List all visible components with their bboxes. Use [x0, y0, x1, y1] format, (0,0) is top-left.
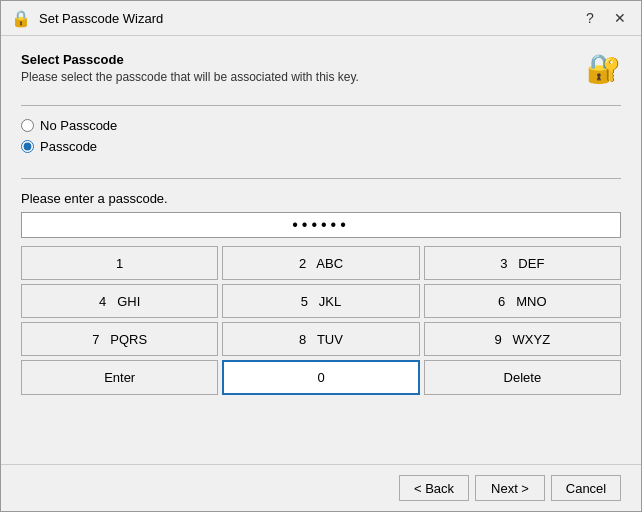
next-button[interactable]: Next > — [475, 475, 545, 501]
key-7-pqrs[interactable]: 7 PQRS — [21, 322, 218, 356]
cancel-button[interactable]: Cancel — [551, 475, 621, 501]
section-subtitle: Please select the passcode that will be … — [21, 70, 359, 84]
key-2-abc[interactable]: 2 ABC — [222, 246, 419, 280]
header-text: Select Passcode Please select the passco… — [21, 52, 359, 84]
divider2 — [21, 178, 621, 179]
no-passcode-label: No Passcode — [40, 118, 117, 133]
title-bar-title: Set Passcode Wizard — [39, 11, 571, 26]
close-button[interactable]: ✕ — [609, 7, 631, 29]
content-area: Select Passcode Please select the passco… — [1, 36, 641, 464]
footer: < Back Next > Cancel — [1, 464, 641, 511]
back-button[interactable]: < Back — [399, 475, 469, 501]
title-bar: 🔒 Set Passcode Wizard ? ✕ — [1, 1, 641, 36]
passcode-entry-label: Please enter a passcode. — [21, 191, 621, 206]
key-4-ghi[interactable]: 4 GHI — [21, 284, 218, 318]
section-title: Select Passcode — [21, 52, 359, 67]
key-0[interactable]: 0 — [222, 360, 419, 395]
radio-row-no-passcode: No Passcode — [21, 118, 621, 133]
key-6-mno[interactable]: 6 MNO — [424, 284, 621, 318]
key-3-def[interactable]: 3 DEF — [424, 246, 621, 280]
divider — [21, 105, 621, 106]
lock-icon: 🔐 — [586, 52, 621, 85]
key-enter[interactable]: Enter — [21, 360, 218, 395]
keypad: 1 2 ABC 3 DEF 4 GHI 5 JKL 6 MNO 7 PQRS 8… — [21, 246, 621, 395]
dialog: 🔒 Set Passcode Wizard ? ✕ Select Passcod… — [0, 0, 642, 512]
radio-group: No Passcode Passcode — [21, 118, 621, 154]
key-8-tuv[interactable]: 8 TUV — [222, 322, 419, 356]
header-section: Select Passcode Please select the passco… — [21, 52, 621, 85]
passcode-label-radio: Passcode — [40, 139, 97, 154]
key-1[interactable]: 1 — [21, 246, 218, 280]
key-9-wxyz[interactable]: 9 WXYZ — [424, 322, 621, 356]
help-button[interactable]: ? — [579, 7, 601, 29]
no-passcode-radio[interactable] — [21, 119, 34, 132]
key-delete[interactable]: Delete — [424, 360, 621, 395]
key-5-jkl[interactable]: 5 JKL — [222, 284, 419, 318]
radio-row-passcode: Passcode — [21, 139, 621, 154]
passcode-input[interactable] — [21, 212, 621, 238]
title-bar-icon: 🔒 — [11, 9, 31, 28]
passcode-radio[interactable] — [21, 140, 34, 153]
